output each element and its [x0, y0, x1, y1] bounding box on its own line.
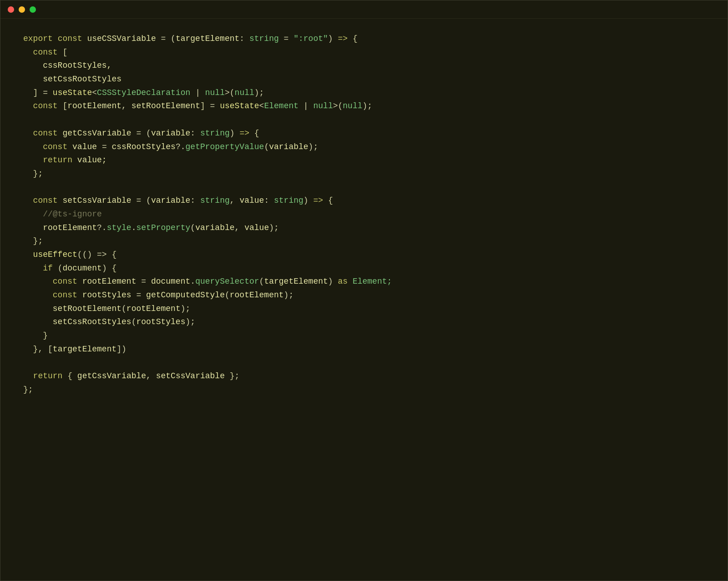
code-editor: export const useCSSVariable = (targetEle…: [0, 19, 728, 411]
window-frame: export const useCSSVariable = (targetEle…: [0, 0, 728, 581]
code-line-11: };: [23, 167, 705, 181]
code-line-21: setRootElement(rootElement);: [23, 302, 705, 316]
traffic-light-red[interactable]: [8, 6, 14, 13]
code-line-24: }, [targetElement]): [23, 343, 705, 356]
empty-line-12: [23, 181, 705, 195]
code-line-14: //@ts-ignore: [23, 208, 705, 221]
code-line-19: const rootElement = document.querySelect…: [23, 275, 705, 289]
code-line-22: setCssRootStyles(rootStyles);: [23, 316, 705, 329]
code-line-10: return value;: [23, 154, 705, 167]
code-line-8: const getCssVariable = (variable: string…: [23, 127, 705, 140]
title-bar: [0, 0, 728, 19]
code-line-16: };: [23, 235, 705, 248]
code-line-15: rootElement?.style.setProperty(variable,…: [23, 221, 705, 235]
code-line-18: if (document) {: [23, 262, 705, 275]
code-line-27: };: [23, 383, 705, 397]
code-line-5: ] = useState<CSSStyleDeclaration | null>…: [23, 86, 705, 100]
traffic-light-yellow[interactable]: [19, 6, 25, 13]
code-line-23: }: [23, 329, 705, 343]
code-line-13: const setCssVariable = (variable: string…: [23, 194, 705, 208]
code-line-20: const rootStyles = getComputedStyle(root…: [23, 289, 705, 302]
empty-line-25: [23, 356, 705, 370]
empty-line-7: [23, 113, 705, 127]
code-line-9: const value = cssRootStyles?.getProperty…: [23, 140, 705, 154]
code-line-26: return { getCssVariable, setCssVariable …: [23, 370, 705, 383]
code-line-17: useEffect(() => {: [23, 248, 705, 262]
code-line-4: setCssRootStyles: [23, 73, 705, 86]
code-line-3: cssRootStyles,: [23, 59, 705, 73]
traffic-light-green[interactable]: [30, 6, 36, 13]
code-line-2: const [: [23, 46, 705, 60]
code-line-6: const [rootElement, setRootElement] = us…: [23, 100, 705, 113]
code-line-1: export const useCSSVariable = (targetEle…: [23, 32, 705, 46]
